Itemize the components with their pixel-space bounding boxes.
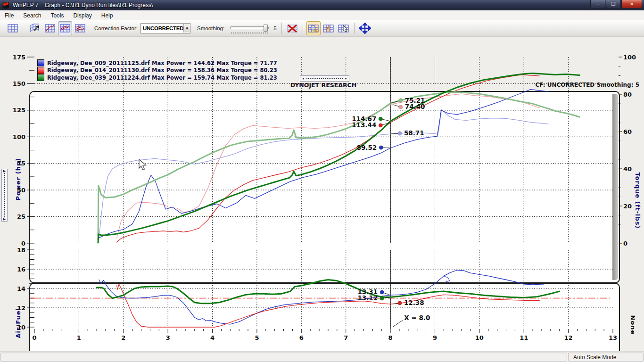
series-blue-afr-glitch (444, 276, 449, 281)
svg-text:60: 60 (623, 128, 632, 135)
svg-text:14: 14 (17, 285, 25, 292)
svg-text:1: 1 (77, 334, 81, 341)
svg-text:175: 175 (13, 54, 25, 61)
svg-text:0: 0 (21, 240, 25, 247)
svg-text:74.40: 74.40 (405, 103, 425, 110)
legend-swatch-green (37, 74, 44, 81)
svg-text:5: 5 (255, 334, 259, 341)
svg-text:10: 10 (475, 334, 484, 341)
legend-swatch-red (37, 67, 44, 74)
svg-text:0: 0 (623, 240, 627, 247)
series-green-afr (97, 280, 560, 304)
svg-text:150: 150 (13, 80, 25, 87)
series-blue-afr (99, 270, 544, 324)
legend-run-3[interactable]: Ridgeway, Dee_039_20111224.drf Max Power… (37, 74, 277, 82)
svg-text:12.38: 12.38 (404, 299, 424, 306)
svg-text:75: 75 (17, 160, 25, 167)
svg-text:2: 2 (121, 334, 125, 341)
legend-swatch-blue (37, 59, 44, 66)
svg-text:125: 125 (13, 107, 25, 114)
svg-text:8: 8 (388, 334, 393, 341)
svg-text:9: 9 (433, 334, 437, 341)
svg-text:100: 100 (623, 54, 636, 61)
series-blue-power (99, 90, 548, 238)
svg-text:100: 100 (13, 133, 25, 140)
legend-run-1[interactable]: Ridgeway, Dee_009_20111125.drf Max Power… (37, 59, 277, 67)
svg-text:80: 80 (623, 91, 632, 98)
gridlines (34, 57, 613, 327)
svg-text:10: 10 (17, 324, 25, 331)
svg-text:89.52: 89.52 (357, 144, 377, 151)
svg-text:16: 16 (17, 266, 25, 273)
svg-text:113.44: 113.44 (352, 121, 376, 129)
svg-text:4: 4 (210, 334, 215, 341)
svg-text:X = 8.0: X = 8.0 (404, 314, 430, 321)
svg-text:0: 0 (32, 334, 36, 341)
svg-text:11: 11 (520, 334, 528, 341)
svg-text:12: 12 (564, 334, 573, 341)
svg-text:7: 7 (344, 334, 348, 341)
svg-text:3: 3 (166, 334, 170, 341)
mouse-pointer (139, 159, 146, 170)
svg-text:50: 50 (17, 187, 25, 194)
svg-text:58.71: 58.71 (404, 129, 424, 137)
legend-run-2[interactable]: Ridgeway, Dee_014_20111130.drf Max Power… (37, 67, 277, 74)
svg-text:6: 6 (299, 334, 304, 341)
svg-text:20: 20 (623, 203, 632, 210)
svg-text:40: 40 (623, 165, 632, 173)
svg-text:12: 12 (17, 304, 25, 312)
series-green-torque (98, 92, 579, 239)
horizontal-splitter[interactable]: ▼▼ (300, 75, 349, 82)
vertical-splitter[interactable]: ▶▶ (1, 169, 8, 222)
series-blue-torque (99, 109, 548, 238)
run-legend: Ridgeway, Dee_009_20111125.drf Max Power… (37, 59, 277, 82)
svg-text:13: 13 (609, 334, 617, 341)
svg-text:13.12: 13.12 (357, 294, 378, 302)
svg-text:25: 25 (17, 213, 25, 220)
svg-text:18: 18 (17, 247, 25, 254)
graph-canvas[interactable]: 0255075100125150175020406080100101214161… (0, 0, 644, 362)
